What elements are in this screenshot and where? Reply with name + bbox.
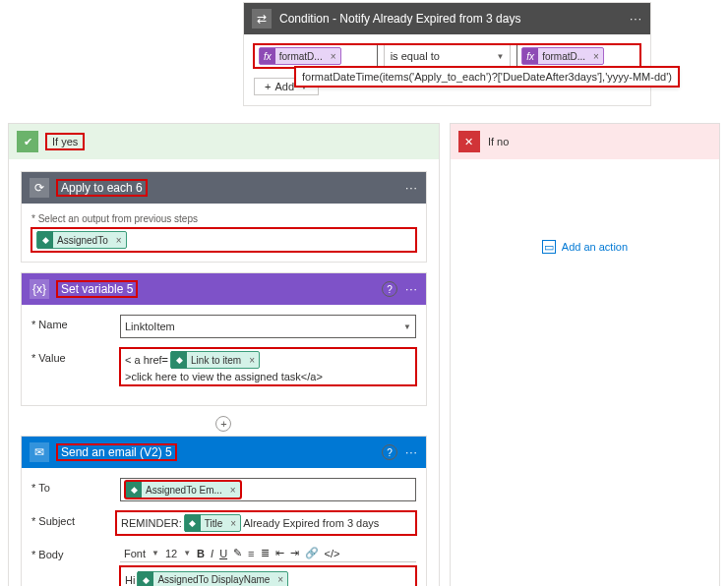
assignedto-email-pill[interactable]: ◆ AssignedTo Em... × bbox=[125, 481, 241, 498]
condition-card: ⇄ Condition - Notify Already Expired fro… bbox=[243, 2, 651, 106]
to-input[interactable]: ◆ AssignedTo Em... × bbox=[120, 478, 416, 501]
remove-icon[interactable]: × bbox=[226, 485, 240, 496]
help-icon[interactable]: ? bbox=[382, 444, 397, 460]
value-prefix: < a href= bbox=[125, 354, 168, 366]
variable-icon: {x} bbox=[30, 279, 49, 299]
add-label: Add bbox=[274, 81, 294, 92]
body-label: * Body bbox=[31, 545, 120, 560]
title-pill[interactable]: ◆ Title × bbox=[184, 514, 241, 532]
value-input[interactable]: < a href= ◆ Link to item × >click here t… bbox=[120, 348, 416, 385]
subject-prefix: REMINDER: bbox=[121, 517, 182, 529]
name-row: * Name LinktoItem ▼ bbox=[31, 315, 416, 338]
check-icon: ✔ bbox=[17, 131, 38, 152]
if-yes-header: ✔ If yes bbox=[9, 124, 439, 159]
numbered-list-button[interactable]: ≡ bbox=[248, 548, 254, 559]
to-row: * To ◆ AssignedTo Em... × bbox=[31, 478, 416, 501]
fx-text: formatD... bbox=[538, 51, 589, 62]
apply-output-input[interactable]: ◆ AssignedTo × bbox=[31, 228, 416, 252]
if-yes-body: ⟳ Apply to each 6 ··· * Select an output… bbox=[9, 159, 439, 586]
condition-right-input[interactable]: fx formatD... × bbox=[516, 44, 640, 68]
apply-to-each-card: ⟳ Apply to each 6 ··· * Select an output… bbox=[21, 171, 427, 263]
condition-icon: ⇄ bbox=[252, 9, 272, 29]
insert-step-button[interactable]: + bbox=[215, 416, 231, 432]
subject-input[interactable]: REMINDER: ◆ Title × Already Expired from… bbox=[116, 511, 416, 535]
bullet-list-button[interactable]: ≣ bbox=[261, 547, 270, 559]
apply-title: Apply to each 6 bbox=[57, 180, 147, 196]
loop-icon: ⟳ bbox=[30, 178, 49, 198]
outdent-button[interactable]: ⇤ bbox=[275, 547, 284, 559]
dynamic-icon: ◆ bbox=[171, 351, 187, 369]
more-icon[interactable]: ··· bbox=[405, 282, 418, 296]
font-select[interactable]: Font bbox=[124, 548, 146, 559]
close-icon: ✕ bbox=[458, 131, 480, 152]
apply-note: * Select an output from previous steps bbox=[31, 213, 416, 224]
outlook-icon: ✉ bbox=[30, 442, 49, 462]
subject-row: * Subject REMINDER: ◆ Title × Already Ex… bbox=[31, 511, 416, 535]
add-action-label: Add an action bbox=[562, 241, 628, 253]
remove-icon[interactable]: × bbox=[327, 51, 340, 62]
subject-suffix: Already Expired from 3 days bbox=[243, 517, 379, 529]
remove-icon[interactable]: × bbox=[589, 51, 603, 62]
dynamic-icon: ◆ bbox=[37, 231, 53, 249]
rich-text-toolbar: Font ▼ 12 ▼ B I U ✎ ≡ ≣ ⇤ bbox=[120, 545, 416, 562]
help-icon[interactable]: ? bbox=[382, 281, 397, 297]
dynamic-icon: ◆ bbox=[185, 514, 201, 532]
condition-header[interactable]: ⇄ Condition - Notify Already Expired fro… bbox=[244, 3, 650, 34]
pill-text: Link to item bbox=[187, 355, 245, 366]
assignedto-pill[interactable]: ◆ AssignedTo × bbox=[36, 231, 127, 249]
setvar-title: Set variable 5 bbox=[57, 281, 137, 297]
setvar-body: * Name LinktoItem ▼ * Value < a href= ◆ bbox=[22, 305, 426, 405]
remove-icon[interactable]: × bbox=[226, 518, 240, 529]
value-suffix: >click here to view the assigned task</a… bbox=[125, 371, 323, 382]
underline-button[interactable]: U bbox=[219, 548, 227, 559]
fx-text: formatD... bbox=[275, 51, 327, 62]
setvar-header[interactable]: {x} Set variable 5 ? ··· bbox=[22, 273, 426, 305]
set-variable-card: {x} Set variable 5 ? ··· * Name LinktoIt… bbox=[21, 272, 427, 406]
if-no-body: ▭ Add an action bbox=[451, 159, 719, 265]
condition-title: Condition - Notify Already Expired from … bbox=[279, 12, 630, 26]
if-no-branch: ✕ If no ▭ Add an action bbox=[450, 123, 720, 586]
code-button[interactable]: </> bbox=[325, 548, 340, 559]
add-action-button[interactable]: ▭ Add an action bbox=[462, 240, 707, 254]
fx-icon: fx bbox=[522, 48, 538, 64]
plus-icon: + bbox=[265, 81, 271, 92]
operator-label: is equal to bbox=[391, 50, 440, 62]
format-button[interactable]: ✎ bbox=[233, 547, 242, 559]
remove-icon[interactable]: × bbox=[112, 235, 126, 246]
italic-button[interactable]: I bbox=[211, 548, 213, 559]
condition-operator[interactable]: is equal to ▼ bbox=[384, 44, 512, 68]
email-title: Send an email (V2) 5 bbox=[57, 444, 176, 460]
if-yes-branch: ✔ If yes ⟳ Apply to each 6 ··· * Select … bbox=[8, 123, 440, 586]
more-icon[interactable]: ··· bbox=[405, 445, 418, 459]
font-size[interactable]: 12 bbox=[165, 548, 177, 559]
value-label: * Value bbox=[31, 348, 120, 364]
bold-button[interactable]: B bbox=[197, 548, 205, 559]
fx-icon: fx bbox=[260, 48, 275, 64]
fx-pill-left[interactable]: fx formatD... × bbox=[259, 47, 341, 65]
body-editor[interactable]: Hi ◆AssignedTo DisplayName× The task ◆Ti… bbox=[120, 566, 416, 586]
if-no-label: If no bbox=[488, 136, 509, 147]
remove-icon[interactable]: × bbox=[245, 355, 259, 366]
value-row: * Value < a href= ◆ Link to item × >clic… bbox=[31, 348, 416, 385]
dynamic-icon: ◆ bbox=[126, 481, 142, 498]
name-select[interactable]: LinktoItem ▼ bbox=[120, 315, 416, 338]
subject-label: * Subject bbox=[31, 511, 116, 527]
displayname-pill[interactable]: ◆AssignedTo DisplayName× bbox=[137, 571, 288, 586]
if-yes-label: If yes bbox=[46, 134, 84, 149]
more-icon[interactable]: ··· bbox=[630, 12, 642, 26]
linktoitem-pill[interactable]: ◆ Link to item × bbox=[170, 351, 260, 369]
name-label: * Name bbox=[31, 315, 120, 330]
send-email-card: ✉ Send an email (V2) 5 ? ··· * To ◆ Assi… bbox=[21, 436, 427, 586]
chevron-down-icon: ▼ bbox=[183, 549, 191, 557]
remove-icon[interactable]: × bbox=[273, 571, 287, 586]
email-header[interactable]: ✉ Send an email (V2) 5 ? ··· bbox=[22, 437, 426, 468]
link-button[interactable]: 🔗 bbox=[305, 547, 319, 559]
condition-left-input[interactable]: fx formatD... × bbox=[254, 44, 378, 68]
branches: ✔ If yes ⟳ Apply to each 6 ··· * Select … bbox=[8, 123, 720, 586]
fx-pill-right[interactable]: fx formatD... × bbox=[521, 47, 604, 65]
apply-header[interactable]: ⟳ Apply to each 6 ··· bbox=[22, 172, 426, 204]
indent-button[interactable]: ⇥ bbox=[290, 547, 299, 559]
pill-text: AssignedTo Em... bbox=[142, 485, 226, 496]
more-icon[interactable]: ··· bbox=[405, 181, 418, 195]
add-action-icon: ▭ bbox=[542, 240, 556, 254]
